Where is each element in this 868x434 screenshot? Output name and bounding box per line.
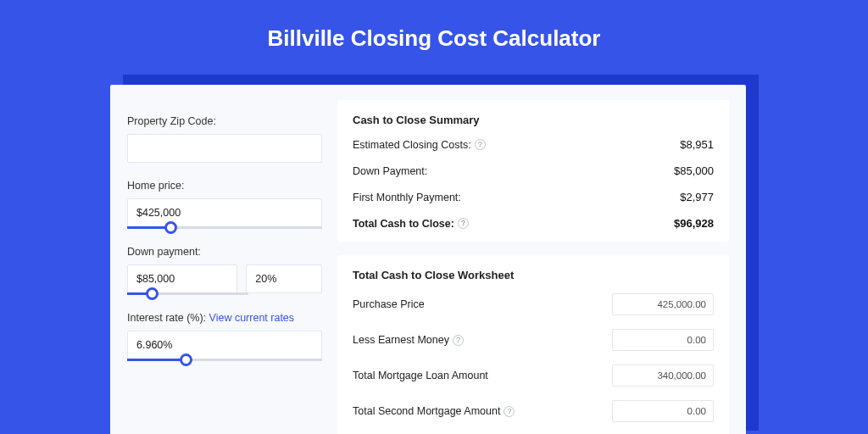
summary-label-total: Total Cash to Close: (353, 218, 454, 230)
zip-label: Property Zip Code: (127, 115, 322, 127)
down-payment-input[interactable] (127, 264, 237, 293)
zip-field-group: Property Zip Code: (127, 115, 322, 163)
summary-row-down-payment: Down Payment: $85,000 (353, 164, 714, 177)
worksheet-input-mortgage-amount[interactable] (612, 364, 714, 387)
interest-input[interactable] (127, 331, 322, 359)
worksheet-row-second-mortgage: Total Second Mortgage Amount ? (353, 400, 714, 422)
help-icon[interactable]: ? (504, 406, 515, 417)
down-payment-pct-input[interactable] (246, 264, 322, 293)
view-rates-link[interactable]: View current rates (209, 312, 295, 324)
interest-slider-thumb[interactable] (180, 353, 192, 366)
help-icon[interactable]: ? (453, 335, 464, 346)
summary-value-closing-costs: $8,951 (680, 138, 714, 151)
worksheet-row-earnest-money: Less Earnest Money ? (353, 329, 714, 351)
summary-row-total: Total Cash to Close: ? $96,928 (353, 217, 714, 230)
worksheet-input-earnest-money[interactable] (612, 329, 714, 351)
worksheet-label-earnest-money: Less Earnest Money (353, 334, 449, 346)
home-price-slider-thumb[interactable] (164, 221, 177, 234)
worksheet-row-mortgage-amount: Total Mortgage Loan Amount (353, 364, 714, 387)
interest-slider-fill (127, 359, 186, 361)
summary-row-first-monthly: First Monthly Payment: $2,977 (353, 191, 714, 203)
zip-input[interactable] (127, 134, 322, 163)
interest-label: Interest rate (%): View current rates (127, 312, 322, 324)
home-price-label: Home price: (127, 180, 322, 192)
summary-value-down-payment: $85,000 (674, 164, 714, 177)
worksheet-label-second-mortgage: Total Second Mortgage Amount (353, 405, 500, 417)
summary-title: Cash to Close Summary (353, 114, 714, 126)
down-payment-label: Down payment: (127, 246, 322, 258)
summary-value-total: $96,928 (674, 217, 714, 230)
down-payment-field-group: Down payment: (127, 246, 322, 295)
summary-value-first-monthly: $2,977 (680, 191, 714, 203)
summary-row-closing-costs: Estimated Closing Costs: ? $8,951 (353, 138, 714, 151)
results-column: Cash to Close Summary Estimated Closing … (337, 100, 729, 426)
page-title: Billville Closing Cost Calculator (0, 0, 868, 70)
summary-label-down-payment: Down Payment: (353, 165, 427, 177)
down-payment-slider-thumb[interactable] (146, 287, 159, 300)
inputs-column: Property Zip Code: Home price: Down paym… (127, 100, 322, 426)
help-icon[interactable]: ? (475, 139, 486, 150)
worksheet-input-purchase-price[interactable] (612, 293, 714, 315)
interest-field-group: Interest rate (%): View current rates (127, 312, 322, 361)
calculator-card: Property Zip Code: Home price: Down paym… (110, 85, 746, 434)
home-price-input[interactable] (127, 198, 322, 227)
help-icon[interactable]: ? (458, 218, 469, 229)
summary-label-closing-costs: Estimated Closing Costs: (353, 139, 471, 151)
home-price-field-group: Home price: (127, 180, 322, 229)
worksheet-panel: Total Cash to Close Worksheet Purchase P… (337, 255, 729, 434)
down-payment-slider[interactable] (127, 292, 248, 295)
worksheet-label-mortgage-amount: Total Mortgage Loan Amount (353, 370, 488, 381)
worksheet-label-purchase-price: Purchase Price (353, 298, 425, 310)
worksheet-row-purchase-price: Purchase Price (353, 293, 714, 315)
interest-slider[interactable] (127, 359, 322, 361)
home-price-slider[interactable] (127, 226, 322, 229)
summary-label-first-monthly: First Monthly Payment: (353, 192, 461, 203)
worksheet-title: Total Cash to Close Worksheet (353, 269, 714, 281)
interest-label-text: Interest rate (%): (127, 312, 209, 324)
summary-panel: Cash to Close Summary Estimated Closing … (337, 100, 729, 242)
worksheet-input-second-mortgage[interactable] (612, 400, 714, 422)
